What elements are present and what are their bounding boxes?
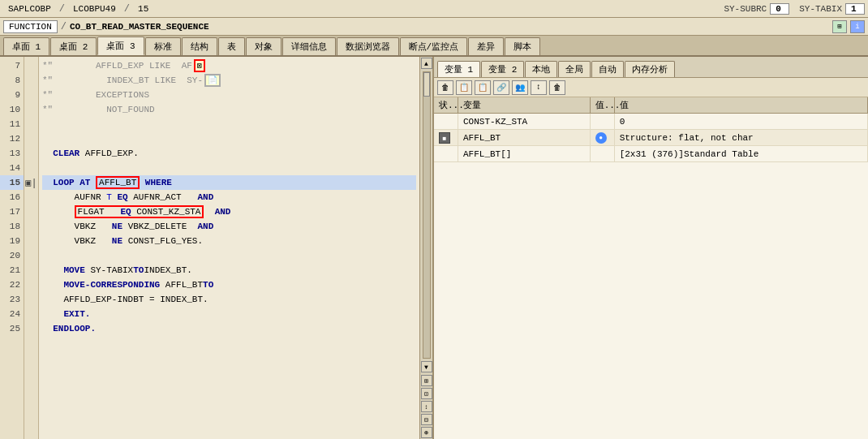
var-row-1[interactable]: CONST-KZ_STA 0 [434, 114, 868, 130]
code-line-19: VBKZ NE CONST_FLG_YES. [42, 234, 416, 248]
scroll-up-btn[interactable]: ▲ [421, 58, 432, 69]
var-row-3-val-short [591, 146, 615, 161]
fold-13 [24, 146, 38, 161]
fold-14 [24, 161, 38, 175]
fold-19 [24, 234, 38, 248]
include-name: LCOBPU49 [68, 4, 121, 14]
line-num-10: 10 [0, 102, 24, 117]
line-num-13: 13 [0, 146, 24, 161]
tool-btn-5[interactable]: ⊛ [421, 427, 432, 438]
scroll-indicator-right: ⊠ [194, 59, 205, 72]
tab-desktop2[interactable]: 桌面 2 [50, 37, 97, 55]
tab-breakpoint[interactable]: 断点/监控点 [400, 37, 468, 55]
fold-7 [24, 58, 38, 73]
fold-23 [24, 292, 38, 307]
line-num-18: 18 [0, 219, 24, 234]
sy-subrc-value: 0 [770, 3, 789, 15]
code-line-9: *" EXCEPTIONS [42, 88, 416, 102]
table-icon[interactable]: ⊞ [832, 20, 847, 33]
affl-bt-highlight: AFFL_BT [96, 176, 140, 189]
fold-24 [24, 307, 38, 321]
people-btn[interactable]: 👥 [512, 80, 528, 95]
line-num-24: 24 [0, 307, 24, 321]
var-tab-memory[interactable]: 内存分析 [625, 61, 675, 77]
struct-icon: ■ [439, 132, 450, 144]
tool-btn-2[interactable]: ⊡ [421, 388, 432, 399]
code-line-15: LOOP AT AFFL_BT WHERE [42, 175, 416, 190]
var-row-1-val-short [591, 114, 615, 129]
tab-table[interactable]: 表 [218, 37, 245, 55]
line-num-7: 7 [0, 58, 24, 73]
line-num-11: 11 [0, 117, 24, 131]
var-tab-auto[interactable]: 自动 [591, 61, 624, 77]
var-row-2-val-short: ● [591, 130, 615, 145]
fold-20 [24, 248, 38, 263]
info-icon[interactable]: i [850, 20, 865, 33]
tab-structure[interactable]: 结构 [182, 37, 217, 55]
tab-standard[interactable]: 标准 [145, 37, 181, 55]
fold-25 [24, 321, 38, 336]
var-row-2[interactable]: ■ AFFL_BT ● Structure: flat, not char [434, 130, 868, 146]
trash-btn[interactable]: 🗑 [437, 80, 453, 95]
tab-desktop1[interactable]: 卓面 1 [3, 37, 49, 55]
line-num-23: 23 [0, 292, 24, 307]
fold-15[interactable]: ▣| [24, 175, 38, 190]
fold-9 [24, 88, 38, 102]
flgat-highlight: FLGAT EQ CONST_KZ_STA [75, 205, 204, 218]
tool-btn-4[interactable]: ⊟ [421, 414, 432, 425]
code-line-8: *" INDEX_BT LIKE SY- 📄 [42, 73, 416, 88]
fold-16 [24, 190, 38, 204]
fold-10 [24, 102, 38, 117]
tool-btn-3[interactable]: ↕ [421, 401, 432, 412]
trash-btn-2[interactable]: 🗑 [549, 80, 565, 95]
line-num-17: 17 [0, 204, 24, 219]
tab-script[interactable]: 脚本 [505, 37, 540, 55]
fold-18 [24, 219, 38, 234]
tab-object[interactable]: 对象 [246, 37, 281, 55]
var-row-3-status [434, 146, 458, 161]
link-btn[interactable]: 🔗 [493, 80, 509, 95]
code-line-16: AUFNR T EQ AUFNR_ACT AND [42, 190, 416, 204]
scroll-thumb[interactable] [423, 72, 430, 97]
main-tab-bar: 卓面 1 桌面 2 桌面 3 标准 结构 表 对象 详细信息 数据浏览器 断点/… [0, 36, 868, 57]
line-num-14: 14 [0, 161, 24, 175]
note-icon: 📄 [204, 74, 221, 87]
var-tab-global[interactable]: 全局 [558, 61, 591, 77]
line-num-19: 19 [0, 234, 24, 248]
var-row-3[interactable]: AFFL_BT[] [2x31 (376)]Standard Table [434, 146, 868, 162]
code-panel: 7 8 9 10 11 12 13 14 15 16 17 18 19 20 2… [0, 57, 434, 439]
variable-table: CONST-KZ_STA 0 ■ AFFL_BT ● Structure: fl… [434, 114, 868, 439]
function-label: FUNCTION [3, 20, 58, 33]
fold-8 [24, 73, 38, 88]
copy-btn-1[interactable]: 📋 [456, 80, 472, 95]
variable-table-header: 状... 变量 值... 值 [434, 97, 868, 114]
code-line-24: EXIT. [42, 307, 416, 321]
scroll-track[interactable] [423, 71, 431, 359]
tab-data-browser[interactable]: 数据浏览器 [337, 37, 399, 55]
var-row-1-value: 0 [615, 114, 868, 129]
code-content[interactable]: *" AFFLD_EXP LIKE AF ⊠ *" INDEX_BT LIKE … [39, 57, 419, 439]
tool-btn-1[interactable]: ⊞ [421, 375, 432, 386]
var-tab-2[interactable]: 变量 2 [481, 61, 524, 77]
var-row-1-status [434, 114, 458, 129]
var-tab-1[interactable]: 变量 1 [437, 61, 480, 77]
code-line-17: FLGAT EQ CONST_KZ_STA AND [42, 204, 416, 219]
line-num-16: 16 [0, 190, 24, 204]
scroll-down-btn[interactable]: ▼ [421, 361, 432, 372]
tab-desktop3[interactable]: 桌面 3 [97, 37, 144, 55]
var-tab-local[interactable]: 本地 [525, 61, 557, 77]
function-name: CO_BT_READ_MASTER_SEQUENCE [70, 22, 209, 32]
var-row-3-name: AFFL_BT[] [458, 146, 591, 161]
var-row-1-name: CONST-KZ_STA [458, 114, 591, 129]
blue-circle-icon: ● [595, 132, 607, 144]
var-row-2-value: Structure: flat, not char [615, 130, 868, 145]
fold-12 [24, 131, 38, 146]
variable-tabs: 变量 1 变量 2 本地 全局 自动 内存分析 [434, 57, 868, 78]
fold-column: ▣| [24, 57, 39, 439]
copy-btn-2[interactable]: 📋 [475, 80, 491, 95]
tab-detail[interactable]: 详细信息 [282, 37, 336, 55]
fold-22 [24, 278, 38, 292]
fold-21 [24, 263, 38, 278]
tab-diff[interactable]: 差异 [468, 37, 504, 55]
arrow-btn[interactable]: ↕ [531, 80, 547, 95]
